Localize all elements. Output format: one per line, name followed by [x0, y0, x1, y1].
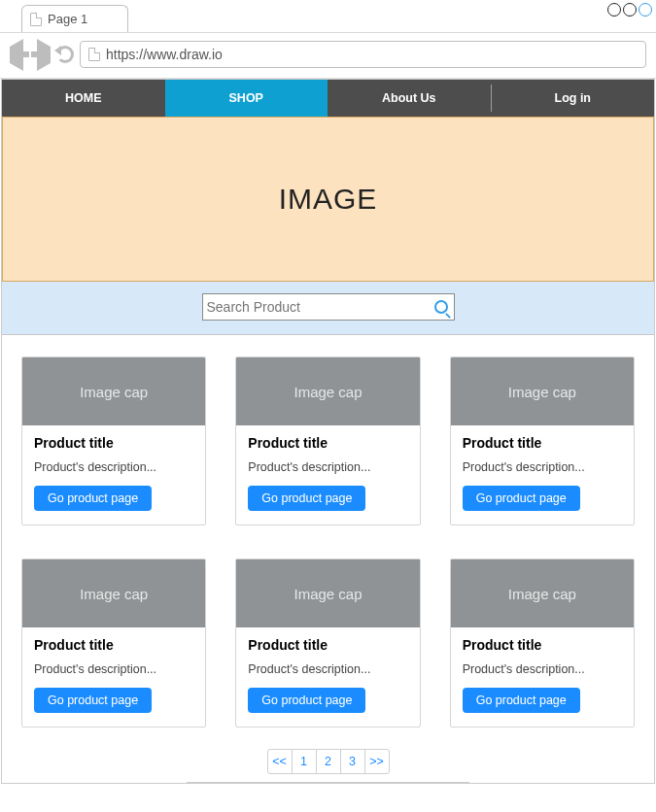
page-icon — [88, 48, 100, 61]
search-input[interactable] — [207, 299, 434, 315]
hero-image-label: IMAGE — [279, 183, 378, 216]
page-icon — [30, 13, 42, 26]
window-minimize-icon[interactable] — [607, 3, 621, 17]
browser-tab-bar: Page 1 — [0, 0, 656, 33]
arrow-right-icon — [37, 39, 51, 71]
pagination-next[interactable]: >> — [364, 749, 390, 774]
nav-item-home[interactable]: HOME — [2, 80, 165, 117]
go-product-button[interactable]: Go product page — [248, 486, 365, 511]
image-cap-label: Image cap — [293, 586, 362, 602]
go-product-button[interactable]: Go product page — [34, 688, 152, 713]
pagination-prev[interactable]: << — [267, 749, 293, 774]
product-card: Image cap Product title Product's descri… — [450, 558, 635, 727]
product-grid-area: Image cap Product title Product's descri… — [2, 335, 654, 783]
go-product-button[interactable]: Go product page — [463, 688, 580, 713]
pagination-page[interactable]: 1 — [292, 749, 317, 774]
product-grid: Image cap Product title Product's descri… — [21, 356, 635, 727]
search-box[interactable] — [202, 293, 455, 321]
product-image-placeholder: Image cap — [236, 559, 419, 627]
nav-item-shop[interactable]: SHOP — [165, 80, 328, 117]
product-description: Product's description... — [248, 460, 407, 474]
browser-tab[interactable]: Page 1 — [21, 5, 128, 32]
window-controls — [607, 0, 652, 17]
search-area — [2, 282, 654, 335]
search-icon[interactable] — [434, 300, 448, 314]
product-title: Product title — [248, 435, 407, 451]
image-cap-label: Image cap — [80, 384, 148, 400]
product-title: Product title — [34, 435, 193, 451]
image-cap-label: Image cap — [508, 586, 576, 602]
product-image-placeholder: Image cap — [451, 559, 634, 627]
image-cap-label: Image cap — [293, 384, 362, 400]
product-title: Product title — [34, 637, 193, 653]
image-cap-label: Image cap — [80, 586, 148, 602]
product-image-placeholder: Image cap — [22, 357, 205, 425]
product-description: Product's description... — [34, 662, 193, 676]
reload-button[interactable] — [56, 46, 74, 63]
nav-forward-button[interactable] — [33, 47, 51, 62]
product-title: Product title — [463, 435, 622, 451]
nav-item-about[interactable]: About Us — [328, 80, 491, 117]
nav-label: HOME — [65, 91, 102, 105]
browser-tab-label: Page 1 — [48, 12, 87, 26]
product-description: Product's description... — [248, 662, 407, 676]
pagination-page[interactable]: 2 — [316, 749, 341, 774]
product-image-placeholder: Image cap — [236, 357, 419, 425]
product-image-placeholder: Image cap — [22, 559, 205, 627]
product-description: Product's description... — [34, 460, 193, 474]
url-bar[interactable]: https://www.draw.io — [80, 41, 646, 68]
product-description: Product's description... — [463, 460, 622, 474]
product-card: Image cap Product title Product's descri… — [450, 356, 635, 525]
window-close-icon[interactable] — [639, 3, 652, 17]
product-title: Product title — [463, 637, 622, 653]
pagination-page[interactable]: 3 — [340, 749, 365, 774]
go-product-button[interactable]: Go product page — [248, 688, 365, 713]
product-title: Product title — [248, 637, 407, 653]
product-description: Product's description... — [463, 662, 622, 676]
nav-back-button[interactable] — [10, 47, 27, 62]
url-text: https://www.draw.io — [106, 47, 223, 62]
page-content: HOME SHOP About Us Log in IMAGE Image ca… — [1, 79, 655, 784]
footer-divider — [187, 782, 469, 783]
nav-label: About Us — [382, 91, 436, 105]
main-nav: HOME SHOP About Us Log in — [2, 80, 654, 117]
browser-toolbar: https://www.draw.io — [0, 33, 656, 79]
hero-image: IMAGE — [2, 117, 654, 282]
product-card: Image cap Product title Product's descri… — [235, 356, 420, 525]
product-image-placeholder: Image cap — [451, 357, 634, 425]
product-card: Image cap Product title Product's descri… — [21, 558, 206, 727]
pagination: << 1 2 3 >> — [21, 749, 635, 774]
window-maximize-icon[interactable] — [623, 3, 637, 17]
product-card: Image cap Product title Product's descri… — [235, 558, 420, 727]
product-card: Image cap Product title Product's descri… — [21, 356, 206, 525]
nav-label: SHOP — [229, 91, 263, 105]
image-cap-label: Image cap — [508, 384, 576, 400]
go-product-button[interactable]: Go product page — [34, 486, 152, 511]
nav-item-login[interactable]: Log in — [492, 80, 655, 117]
go-product-button[interactable]: Go product page — [463, 486, 580, 511]
nav-label: Log in — [555, 91, 592, 105]
